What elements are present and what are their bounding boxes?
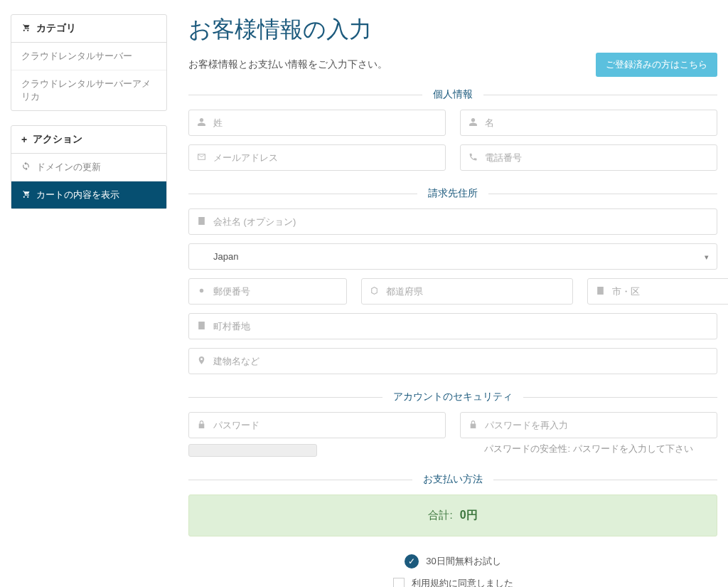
password-strength-text: パスワードの安全性: パスワードを入力して下さい	[460, 438, 717, 455]
tos-label: 利用規約に同意しました	[412, 577, 513, 587]
password-strength-bar	[188, 444, 317, 457]
plus-icon: +	[21, 134, 27, 145]
section-payment-legend: お支払い方法	[412, 473, 493, 486]
sidebar-categories: カテゴリ クラウドレンタルサーバー クラウドレンタルサーバーアメリカ	[11, 14, 167, 111]
address1-input[interactable]	[188, 313, 717, 339]
postcode-input[interactable]	[188, 278, 347, 305]
tos-checkbox-row[interactable]: 利用規約に同意しました	[188, 577, 717, 587]
cart-icon	[21, 189, 31, 201]
sidebar-actions: + アクション ドメインの更新 カートの内容を表示	[11, 125, 167, 209]
action-item-renew-domain[interactable]: ドメインの更新	[11, 154, 166, 181]
city-input[interactable]	[587, 278, 728, 305]
country-select[interactable]: Japan	[188, 243, 717, 270]
cart-icon	[21, 23, 31, 34]
categories-header: カテゴリ	[11, 15, 166, 43]
total-box: 合計: 0円	[188, 495, 717, 536]
trial-label: 30日間無料お試し	[426, 555, 500, 568]
action-item-view-cart[interactable]: カートの内容を表示	[11, 181, 166, 208]
pw-strength-label: パスワードの安全性:	[484, 443, 572, 454]
section-personal-legend: 個人情報	[422, 88, 483, 101]
password-input[interactable]	[188, 412, 446, 438]
already-registered-button[interactable]: ご登録済みの方はこちら	[596, 53, 717, 77]
section-security-legend: アカウントのセキュリティ	[382, 391, 523, 403]
section-personal: 個人情報	[188, 95, 717, 179]
section-security: アカウントのセキュリティ パスワードの安全性: パスワードを入力して下さ	[188, 397, 717, 465]
check-circle-icon: ✓	[405, 554, 419, 569]
action-label-cart: カートの内容を表示	[36, 189, 119, 201]
page-title: お客様情報の入力	[188, 14, 717, 46]
password-confirm-input[interactable]	[460, 412, 717, 438]
category-item-cloud-rental-america[interactable]: クラウドレンタルサーバーアメリカ	[11, 70, 166, 110]
company-input[interactable]	[188, 208, 717, 235]
checkbox-icon[interactable]	[393, 578, 405, 587]
section-billing: 請求先住所 Japan	[188, 194, 717, 383]
firstname-input[interactable]	[460, 110, 717, 136]
categories-title: カテゴリ	[36, 22, 76, 35]
page-subtitle: お客様情報とお支払い情報をご入力下さい。	[188, 58, 387, 71]
actions-header: + アクション	[11, 126, 166, 154]
refresh-icon	[21, 162, 31, 173]
email-input[interactable]	[188, 144, 446, 171]
actions-title: アクション	[33, 133, 82, 146]
section-billing-legend: 請求先住所	[417, 187, 488, 200]
total-label: 合計:	[428, 509, 452, 521]
trial-option-row[interactable]: ✓ 30日間無料お試し	[188, 554, 717, 569]
action-label-renew: ドメインの更新	[36, 161, 101, 174]
state-input[interactable]	[361, 278, 573, 305]
phone-input[interactable]	[460, 144, 717, 171]
section-payment: お支払い方法 合計: 0円 ✓ 30日間無料お試し 利用規約に同意しました 注文…	[188, 480, 717, 587]
address2-input[interactable]	[188, 348, 717, 374]
pw-strength-status: パスワードを入力して下さい	[573, 443, 693, 454]
lastname-input[interactable]	[188, 110, 446, 136]
total-value: 0円	[460, 509, 478, 521]
category-item-cloud-rental[interactable]: クラウドレンタルサーバー	[11, 43, 166, 70]
